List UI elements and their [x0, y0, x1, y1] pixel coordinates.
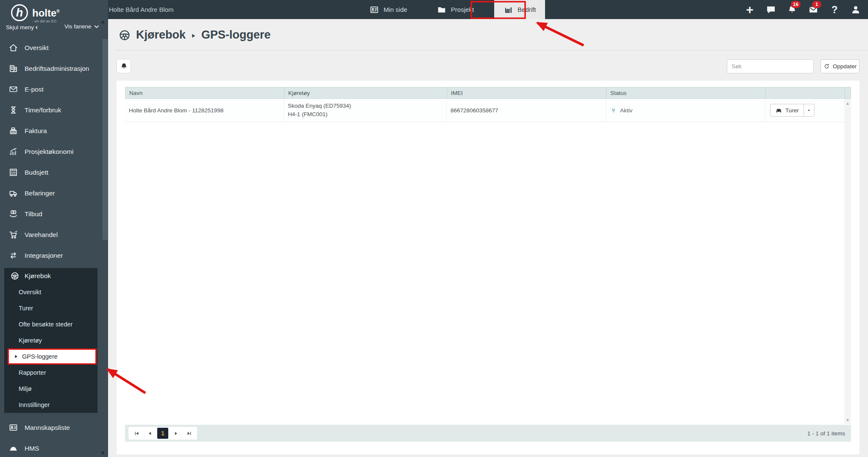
pagination: 1: [128, 427, 197, 440]
cell-name: Holte Bård Andre Blom - 1128251998: [125, 99, 284, 122]
cell-imei: 866728060358677: [446, 99, 606, 122]
notifications-button[interactable]: 16: [787, 4, 798, 15]
submenu-item-gps-loggere[interactable]: GPS-loggere: [8, 348, 97, 365]
tab-min-side[interactable]: Min side: [360, 0, 417, 19]
status-badge: Aktiv: [610, 107, 632, 114]
submenu-item-innstillinger[interactable]: Innstillinger: [4, 397, 97, 413]
alerts-button[interactable]: [117, 59, 131, 73]
sidebar-item-label: E-post: [25, 86, 44, 93]
steering-wheel-icon: [10, 271, 19, 281]
first-page-button[interactable]: [131, 428, 142, 438]
last-page-icon: [187, 431, 192, 436]
sidebar-item-bedriftsadministrasjon[interactable]: Bedriftsadministrasjon: [0, 58, 108, 79]
sidebar-item-faktura[interactable]: Faktura: [0, 120, 108, 141]
previous-page-button[interactable]: [144, 428, 155, 438]
help-button[interactable]: ?: [829, 4, 840, 15]
app-logo[interactable]: h holte® - en del av EG: [11, 4, 60, 23]
sidebar-scrollbar-thumb[interactable]: [103, 39, 108, 240]
refresh-button[interactable]: Oppdater: [821, 59, 860, 73]
messages-button[interactable]: 1: [808, 4, 819, 15]
sidebar-item-label: Oversikt: [25, 44, 49, 52]
sidebar-item-integrasjoner[interactable]: Integrasjoner: [0, 245, 108, 266]
sidebar-item-budsjett[interactable]: Budsjett: [0, 162, 108, 183]
sidebar-item-epost[interactable]: E-post: [0, 79, 108, 100]
tab-prosjekt[interactable]: Prosjekt: [428, 0, 483, 19]
sidebar-item-varehandel[interactable]: Varehandel: [0, 224, 108, 245]
truck-icon: [8, 188, 18, 198]
trips-dropdown-button[interactable]: [804, 104, 815, 117]
sidebar-item-label: Time/forbruk: [25, 106, 61, 114]
kjorebok-section: Kjørebok Oversikt Turer Ofte besøkte ste…: [4, 268, 97, 413]
sidebar-item-label: Integrasjoner: [25, 252, 63, 259]
profile-button[interactable]: [850, 4, 861, 15]
offer-card-icon: [8, 209, 18, 219]
sidebar-item-oversikt[interactable]: Oversikt: [0, 37, 108, 58]
submenu-item-oversikt[interactable]: Oversikt: [4, 284, 97, 300]
submenu-label: Miljø: [19, 385, 32, 392]
tab-label: Min side: [384, 6, 407, 13]
sidebar-item-label: Kjørebok: [25, 272, 51, 280]
bell-icon: [120, 62, 128, 70]
main-nav-tabs: Min side Prosjekt Bedrift: [360, 0, 545, 19]
sidebar-item-mannskapsliste[interactable]: Mannskapsliste: [0, 417, 108, 438]
page-title: GPS-loggere: [201, 28, 271, 42]
scroll-corner: [845, 87, 851, 98]
collapse-menu-button[interactable]: Skjul meny ‹: [6, 23, 38, 31]
tab-bedrift[interactable]: Bedrift: [494, 0, 545, 19]
shopping-cart-icon: [8, 230, 18, 240]
sidebar-item-hms[interactable]: HMS: [0, 438, 108, 457]
header-divider: [116, 50, 868, 50]
car-icon: [775, 107, 782, 114]
submenu-item-miljo[interactable]: Miljø: [4, 381, 97, 397]
envelope-icon: [8, 84, 18, 94]
collapse-menu-label: Skjul meny: [6, 24, 34, 31]
question-icon: ?: [832, 4, 838, 15]
submenu-item-turer[interactable]: Turer: [4, 300, 97, 316]
sidebar-item-label: Faktura: [25, 127, 47, 135]
next-page-button[interactable]: [170, 428, 181, 438]
sidebar-item-kjorebok[interactable]: Kjørebok: [4, 268, 97, 284]
current-page-button[interactable]: 1: [157, 428, 168, 439]
last-page-button[interactable]: [184, 428, 195, 438]
submenu-item-kjoretoy[interactable]: Kjøretøy: [4, 332, 97, 348]
swap-arrows-icon: [8, 251, 18, 260]
trips-button[interactable]: Turer: [770, 104, 804, 117]
main-content: Kjørebok GPS-loggere Oppdater Navn Kjøre…: [108, 19, 868, 457]
previous-page-icon: [147, 431, 152, 436]
cell-vehicle-line1: Skoda Enyaq (ED75934): [288, 102, 351, 110]
selected-marker-icon: [14, 354, 18, 359]
column-header-navn: Navn: [125, 87, 284, 98]
submenu-label: Turer: [19, 305, 33, 312]
sidebar-item-prosjektokonomi[interactable]: Prosjektøkonomi: [0, 141, 108, 162]
scroll-down-icon[interactable]: ▼: [844, 418, 851, 422]
submenu-item-ofte-besokte-steder[interactable]: Ofte besøkte steder: [4, 316, 97, 332]
sidebar-item-label: Budsjett: [25, 169, 48, 176]
table-scrollbar[interactable]: ▲ ▼: [844, 99, 851, 424]
chat-button[interactable]: [765, 4, 776, 15]
show-tabs-button[interactable]: Vis fanene: [64, 23, 100, 30]
cash-register-icon: [8, 126, 18, 136]
status-label: Aktiv: [620, 107, 632, 114]
sidebar-item-tilbud[interactable]: Tilbud: [0, 203, 108, 224]
sidebar-item-befaringer[interactable]: Befaringer: [0, 183, 108, 203]
scroll-up-icon[interactable]: ▲: [844, 101, 851, 106]
submenu-label: Innstillinger: [19, 401, 50, 408]
top-bar: Holte Bård Andre Blom Min side Prosjekt …: [0, 0, 868, 19]
id-card-icon: [370, 5, 379, 14]
submenu-item-rapporter[interactable]: Rapporter: [4, 365, 97, 381]
chart-growth-icon: [8, 147, 18, 156]
sidebar-item-label: Bedriftsadministrasjon: [25, 65, 89, 72]
breadcrumb: Kjørebok GPS-loggere: [118, 28, 271, 42]
breadcrumb-section[interactable]: Kjørebok: [136, 28, 186, 42]
sidebar-item-time-forbruk[interactable]: Time/forbruk: [0, 100, 108, 120]
column-header-imei: IMEI: [447, 87, 606, 98]
chevron-down-icon: [94, 24, 100, 30]
gps-logger-table-panel: Navn Kjøretøy IMEI Status Holte Bård And…: [117, 81, 860, 454]
home-icon: [8, 43, 18, 53]
search-input[interactable]: [727, 59, 814, 73]
table-header-row: Navn Kjøretøy IMEI Status: [125, 87, 851, 99]
sidebar-scroll-down-icon[interactable]: ▼: [100, 450, 106, 456]
sidebar-scroll-up-icon[interactable]: ▲: [100, 19, 106, 24]
column-header-actions: [765, 87, 845, 98]
add-button[interactable]: +: [744, 4, 755, 15]
